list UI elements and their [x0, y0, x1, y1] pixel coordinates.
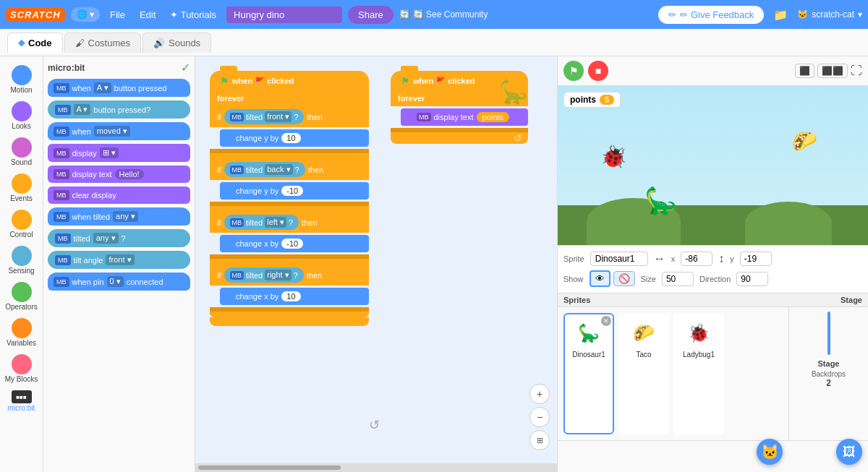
folder-icon[interactable]: 📁 — [770, 7, 791, 23]
x-input[interactable] — [681, 252, 712, 266]
main-content: Motion Looks Sound Events Control Sensin… — [0, 56, 868, 472]
zoom-out-button[interactable]: − — [529, 407, 550, 427]
if-block-right[interactable]: if MB tilted right ▾ ? then — [210, 265, 369, 286]
sidebar-item-variables[interactable]: Variables — [1, 315, 42, 350]
flag-icon-2: ⚑ — [401, 76, 409, 87]
small-stage-button[interactable]: ⬛ — [795, 64, 814, 78]
microbit-block-icon: MB — [54, 83, 69, 93]
condition-right[interactable]: MB tilted right ▾ ? — [224, 267, 304, 283]
y-axis-icon: ↕ — [718, 252, 724, 265]
hat-block-1[interactable]: ⚑ when 🚩 clicked — [210, 71, 369, 90]
tab-sounds[interactable]: 🔊 Sounds — [142, 33, 211, 53]
share-button[interactable]: Share — [348, 6, 393, 24]
block-tilt-angle[interactable]: MB tilt angle front ▾ — [48, 251, 190, 269]
sidebar-item-looks[interactable]: Looks — [1, 98, 42, 133]
give-feedback-button[interactable]: ✏ ✏ Give Feedback — [658, 6, 764, 24]
change-y-by-10[interactable]: change y by 10 — [220, 129, 369, 147]
microbit-block-icon10: MB — [54, 277, 69, 287]
display-text-points-block[interactable]: MB display text points — [401, 108, 528, 126]
if-end-3 — [210, 259, 369, 265]
microbit-block-icon5: MB — [54, 169, 69, 179]
block-when-button-pressed[interactable]: MB when A ▾ button pressed — [48, 79, 190, 97]
change-x-by-neg10[interactable]: change x by -10 — [220, 235, 369, 252]
button-dropdown2[interactable]: A ▾ — [74, 104, 91, 115]
if-block-front[interactable]: if MB tilted front ▾ ? then — [210, 106, 369, 127]
show-hidden-button[interactable]: 🚫 — [613, 271, 635, 286]
dino-hint: 🦕 — [499, 78, 528, 106]
sidebar-item-sensing[interactable]: Sensing — [1, 243, 42, 278]
fit-button[interactable]: ⊞ — [529, 430, 550, 450]
block-display-text[interactable]: MB display text Hello! — [48, 166, 190, 183]
back-dropdown[interactable]: back ▾ — [265, 164, 292, 175]
condition-front[interactable]: MB tilted front ▾ ? — [224, 109, 305, 124]
blocks-panel-title: micro:bit — [48, 63, 85, 73]
events-label: Events — [10, 194, 33, 202]
sidebar-item-events[interactable]: Events — [1, 171, 42, 205]
sidebar-item-myblocks[interactable]: My Blocks — [1, 351, 42, 386]
scrollbar-thumb[interactable] — [198, 465, 341, 470]
sprite-card-taco[interactable]: 🌮 Taco — [618, 313, 669, 434]
condition-left[interactable]: MB tilted left ▾ ? — [224, 215, 299, 230]
tab-code[interactable]: ◈ Code — [7, 33, 63, 53]
block-tilted-sense[interactable]: MB tilted any ▾ ? — [48, 229, 190, 247]
block-clear-display[interactable]: MB clear display — [48, 186, 190, 204]
button-dropdown[interactable]: A ▾ — [94, 82, 111, 93]
sidebar-item-motion[interactable]: Motion — [1, 62, 42, 97]
sprite-size-row: Show 👁 🚫 Size Direction — [563, 270, 862, 287]
y-label: y — [730, 254, 734, 263]
condition-back[interactable]: MB tilted back ▾ ? — [224, 162, 305, 177]
block-button-pressed-sense[interactable]: MB A ▾ button pressed? — [48, 100, 190, 119]
points-label: points — [570, 95, 596, 105]
size-input[interactable] — [662, 272, 694, 286]
block-when-tilted[interactable]: MB when tilted any ▾ — [48, 207, 190, 226]
sprite-name-row: Sprite ↔ x ↕ y — [563, 252, 862, 266]
sprite-card-ladybug[interactable]: 🐞 Ladybug1 — [673, 313, 724, 434]
points-var-block[interactable]: points — [477, 112, 509, 122]
right-dropdown[interactable]: right ▾ — [265, 270, 291, 280]
forever-block-1[interactable]: forever — [210, 90, 369, 106]
user-avatar[interactable]: 🐱 scratch-cat ▾ — [797, 9, 862, 20]
sidebar-item-microbit[interactable]: ■■■ micro:bit — [1, 387, 42, 415]
show-visible-button[interactable]: 👁 — [590, 270, 610, 287]
direction-input[interactable] — [736, 272, 768, 286]
left-dropdown[interactable]: left ▾ — [265, 217, 286, 228]
username-label: scratch-cat — [812, 9, 854, 20]
fullscreen-button[interactable]: ⛶ — [851, 64, 862, 78]
scratch-logo[interactable]: SCRATCH — [6, 8, 65, 22]
block-display[interactable]: MB display ⊞ ▾ — [48, 144, 190, 162]
sidebar-item-control[interactable]: Control — [1, 207, 42, 241]
sidebar-item-sound[interactable]: Sound — [1, 134, 42, 169]
if-block-left[interactable]: if MB tilted left ▾ ? then — [210, 212, 369, 233]
if-block-back[interactable]: if MB tilted back ▾ ? then — [210, 159, 369, 180]
project-title-input[interactable] — [226, 7, 342, 23]
stage-thumbnail[interactable] — [827, 312, 830, 355]
globe-button[interactable]: 🌐 ▾ — [71, 7, 100, 22]
microbit-block-icon3: MB — [54, 126, 69, 137]
zoom-in-button[interactable]: + — [529, 384, 550, 404]
front-dropdown[interactable]: front ▾ — [265, 111, 292, 122]
see-community-link[interactable]: 🔄 🔄 See Community — [399, 9, 488, 20]
block-when-moved[interactable]: MB when moved ▾ — [48, 122, 190, 140]
backdrops-count: 2 — [826, 378, 831, 388]
dinosaur-delete[interactable]: ✕ — [601, 316, 611, 326]
green-flag-button[interactable]: ⚑ — [563, 61, 584, 81]
microbit-icon-disp: MB — [417, 113, 431, 121]
add-sprite-button[interactable]: 🐱 — [757, 439, 783, 465]
scripts-scrollbar[interactable] — [195, 463, 557, 472]
large-stage-button[interactable]: ⬛⬛ — [817, 64, 848, 78]
edit-menu[interactable]: Edit — [135, 8, 160, 22]
change-y-by-neg10[interactable]: change y by -10 — [220, 182, 369, 199]
value-neg10-x: -10 — [281, 239, 303, 249]
stop-button[interactable]: ■ — [588, 61, 608, 81]
add-backdrop-button[interactable]: 🖼 — [836, 439, 862, 465]
change-x-by-10[interactable]: change x by 10 — [220, 288, 369, 305]
sprite-name-input[interactable] — [590, 252, 648, 266]
sidebar-item-operators[interactable]: Operators — [1, 279, 42, 314]
sprite-card-dinosaur[interactable]: 🦕 Dinosaur1 ✕ — [563, 313, 614, 434]
y-input[interactable] — [740, 252, 772, 266]
file-menu[interactable]: File — [106, 8, 129, 22]
points-value: 5 — [600, 95, 614, 105]
block-when-pin[interactable]: MB when pin 0 ▾ connected — [48, 273, 190, 291]
tab-costumes[interactable]: 🖌 Costumes — [64, 33, 142, 53]
tutorials-menu[interactable]: ✦ Tutorials — [166, 8, 221, 22]
